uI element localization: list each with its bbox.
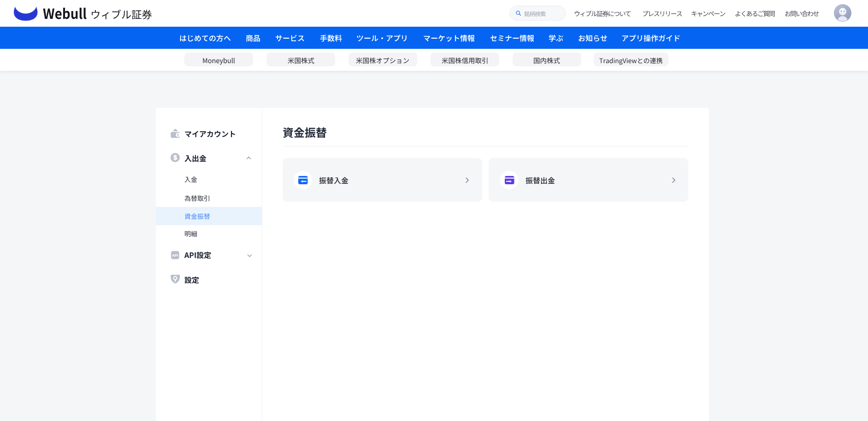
svg-text:API: API <box>172 253 178 257</box>
svg-text:$: $ <box>173 154 177 161</box>
